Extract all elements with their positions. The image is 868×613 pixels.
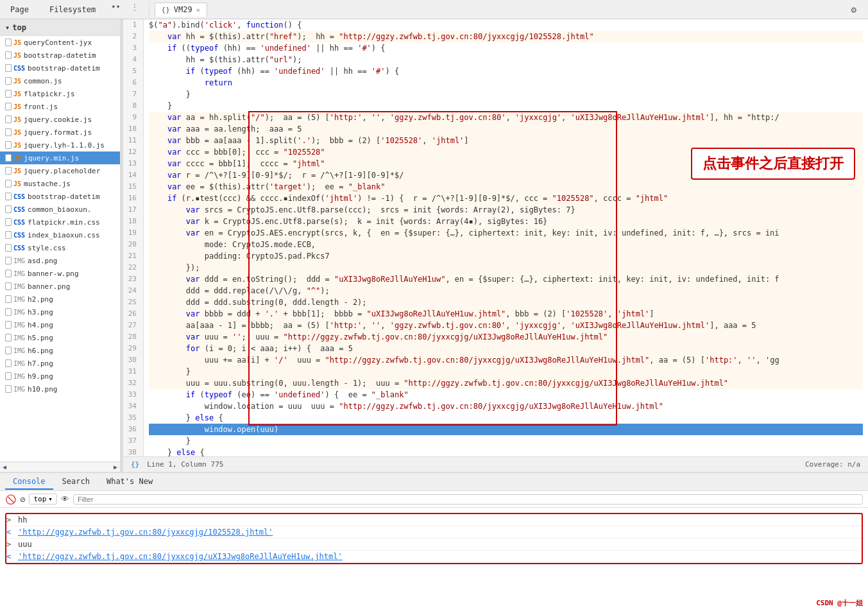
code-line[interactable]: var hh = $(this).attr("href"); hh = "htt… <box>149 31 863 42</box>
code-line[interactable]: var uuu = ''; uuu = "http://ggzy.zwfwb.t… <box>149 331 863 343</box>
line-number: 27 <box>127 320 139 331</box>
code-line[interactable]: if (typeof (hh) == 'undefined' || hh == … <box>149 65 863 77</box>
sidebar-item[interactable]: IMGh7.png <box>0 357 120 370</box>
code-line[interactable]: } <box>149 100 863 112</box>
code-line[interactable]: } else { <box>149 412 863 424</box>
sidebar-item[interactable]: JSfront.js <box>0 100 120 113</box>
code-line[interactable]: mode: CryptoJS.mode.ECB, <box>149 239 863 250</box>
more-tabs[interactable]: •• <box>111 3 120 17</box>
sidebar-item[interactable]: CSSstyle.css <box>0 241 120 254</box>
filesystem-tab[interactable]: Filesystem <box>44 3 101 17</box>
code-line[interactable]: var aaa = aa.length; aaa = 5 <box>149 123 863 135</box>
code-line[interactable]: }); <box>149 262 863 273</box>
code-line[interactable]: window.location = uuu uuu = "http://ggzy… <box>149 401 863 412</box>
sidebar-item[interactable]: JSflatpickr.js <box>0 87 120 100</box>
line-number: 6 <box>127 77 139 89</box>
sidebar-item[interactable]: JSqueryContent-jyx <box>0 36 120 49</box>
page-file-icon <box>5 77 12 85</box>
sidebar-item[interactable]: IMGbanner-w.png <box>0 267 120 280</box>
code-line[interactable]: var ee = $(this).attr('target'); ee = "_… <box>149 181 863 193</box>
settings-icon[interactable]: ⚙ <box>847 4 860 15</box>
sidebar-item[interactable]: IMGbanner.png <box>0 280 120 293</box>
console-line: <'http://ggzy.zwfwb.tj.gov.cn:80/jyxxcgj… <box>6 526 862 539</box>
sidebar-item[interactable]: IMGh10.png <box>0 383 120 395</box>
sidebar-item[interactable]: JSjquery.lyh-1.1.0.js <box>0 139 120 151</box>
sidebar-item[interactable]: IMGh5.png <box>0 331 120 344</box>
code-line[interactable]: padding: CryptoJS.pad.Pkcs7 <box>149 250 863 262</box>
sidebar-item[interactable]: IMGh4.png <box>0 318 120 331</box>
bottom-tab-what's-new[interactable]: What's New <box>99 474 160 490</box>
code-line[interactable]: var bbb = aa[aaa - 1].split('.'); bbb = … <box>149 135 863 146</box>
bottom-tab-search[interactable]: Search <box>55 474 98 490</box>
code-scroll[interactable]: 1234567891011121314151617181920212223242… <box>123 19 868 456</box>
line-number: 16 <box>127 193 139 204</box>
sidebar-item[interactable]: CSScommon_biaoxun. <box>0 203 120 216</box>
clear-console-icon[interactable]: 🚫 <box>5 494 16 505</box>
code-line[interactable]: } <box>149 366 863 377</box>
sidebar-item[interactable]: IMGh2.png <box>0 293 120 306</box>
file-icon: IMG <box>13 270 25 277</box>
line-number: 3 <box>127 42 139 54</box>
page-tab[interactable]: Page <box>5 3 34 17</box>
sidebar-item[interactable]: CSSbootstrap-datetim <box>0 190 120 203</box>
code-line[interactable]: uuu = uuu.substring(0, uuu.length - 1); … <box>149 377 863 389</box>
sidebar-item[interactable]: IMGh9.png <box>0 370 120 383</box>
console-link[interactable]: 'http://ggzy.zwfwb.tj.gov.cn:80/jyxxcgjg… <box>18 528 273 537</box>
sidebar-filename: jquery.min.js <box>24 154 79 162</box>
code-line[interactable]: if (r.▪test(ccc) && cccc.▪indexOf('jhtml… <box>149 193 863 204</box>
code-line[interactable]: var srcs = CryptoJS.enc.Utf8.parse(ccc);… <box>149 204 863 216</box>
code-line[interactable]: aa[aaa - 1] = bbbb; aa = (5) ['http:', '… <box>149 320 863 331</box>
code-line[interactable]: uuu += aa[i] + '/' uuu = "http://ggzy.zw… <box>149 354 863 366</box>
sidebar-file-list: JSqueryContent-jyxJSbootstrap-datetimCSS… <box>0 36 120 462</box>
sidebar-item[interactable]: JSjquery.min.js <box>0 151 120 164</box>
sidebar-item[interactable]: JScommon.js <box>0 74 120 87</box>
sidebar-item[interactable]: CSSflatpickr.min.css <box>0 216 120 229</box>
code-line[interactable]: var k = CryptoJS.enc.Utf8.parse(s); k = … <box>149 216 863 227</box>
console-link[interactable]: 'http://ggzy.zwfwb.tj.gov.cn:80/jyxxcgjg… <box>18 552 343 561</box>
sidebar-item[interactable]: IMGasd.png <box>0 254 120 267</box>
code-line[interactable]: $("a").bind('click', function() { <box>149 19 863 31</box>
bottom-tab-console[interactable]: Console <box>5 474 53 490</box>
code-line[interactable]: } <box>149 435 863 447</box>
code-line[interactable]: for (i = 0; i < aaa; i++) { aaa = 5 <box>149 343 863 354</box>
page-file-icon <box>5 308 12 316</box>
code-line[interactable]: var en = CryptoJS.AES.encrypt(srcs, k, {… <box>149 227 863 239</box>
file-icon: CSS <box>13 219 25 226</box>
code-line[interactable]: ddd = ddd.replace(/\/\/g, "^"); <box>149 285 863 297</box>
code-line[interactable]: if (typeof (ee) == 'undefined') { ee = "… <box>149 389 863 401</box>
eye-icon[interactable]: 👁 <box>61 494 69 504</box>
sidebar-item[interactable]: JSjquery.format.js <box>0 126 120 139</box>
sidebar-item[interactable]: JSjquery.placeholder <box>0 164 120 177</box>
page-file-icon <box>5 244 12 252</box>
code-line[interactable]: } <box>149 89 863 100</box>
console-filter-input[interactable] <box>73 494 863 505</box>
file-icon: JS <box>13 180 21 187</box>
code-line[interactable]: window.open(uuu) <box>149 424 863 435</box>
code-line[interactable]: var aa = hh.split("/"); aa = (5) ['http:… <box>149 112 863 123</box>
code-line[interactable]: } else { <box>149 447 863 456</box>
block-icon[interactable]: ⊘ <box>20 494 25 505</box>
line-number: 33 <box>127 389 139 401</box>
sidebar-item[interactable]: CSSbootstrap-datetim <box>0 62 120 74</box>
code-line[interactable]: var ddd = en.toString(); ddd = "uXI3Jwg8… <box>149 273 863 285</box>
close-tab-icon[interactable]: ✕ <box>196 6 200 13</box>
sidebar-item[interactable]: JSmustache.js <box>0 177 120 190</box>
sidebar-filename: h5.png <box>28 334 53 342</box>
code-line[interactable]: return <box>149 77 863 89</box>
scroll-left-icon[interactable]: ◀ <box>3 463 6 471</box>
code-line[interactable]: ddd = ddd.substring(0, ddd.length - 2); <box>149 297 863 308</box>
context-dropdown[interactable]: top ▾ <box>29 494 57 505</box>
sidebar-item[interactable]: IMGh3.png <box>0 306 120 318</box>
sidebar-title: top <box>12 23 26 32</box>
sidebar-item[interactable]: JSjquery.cookie.js <box>0 113 120 126</box>
page-file-icon <box>5 128 12 136</box>
code-line[interactable]: if ((typeof (hh) == 'undefined' || hh ==… <box>149 42 863 54</box>
code-line[interactable]: var bbbb = ddd + '.' + bbb[1]; bbbb = "u… <box>149 308 863 320</box>
scroll-right-icon[interactable]: ▶ <box>114 463 117 471</box>
file-tab-vm29[interactable]: {} VM29 ✕ <box>155 3 207 17</box>
sidebar-item[interactable]: JSbootstrap-datetim <box>0 49 120 62</box>
code-line[interactable]: hh = $(this).attr("url"); <box>149 54 863 65</box>
sidebar-item[interactable]: CSSindex_biaoxun.css <box>0 229 120 241</box>
sidebar-item[interactable]: IMGh6.png <box>0 344 120 357</box>
page-file-icon <box>5 167 12 175</box>
